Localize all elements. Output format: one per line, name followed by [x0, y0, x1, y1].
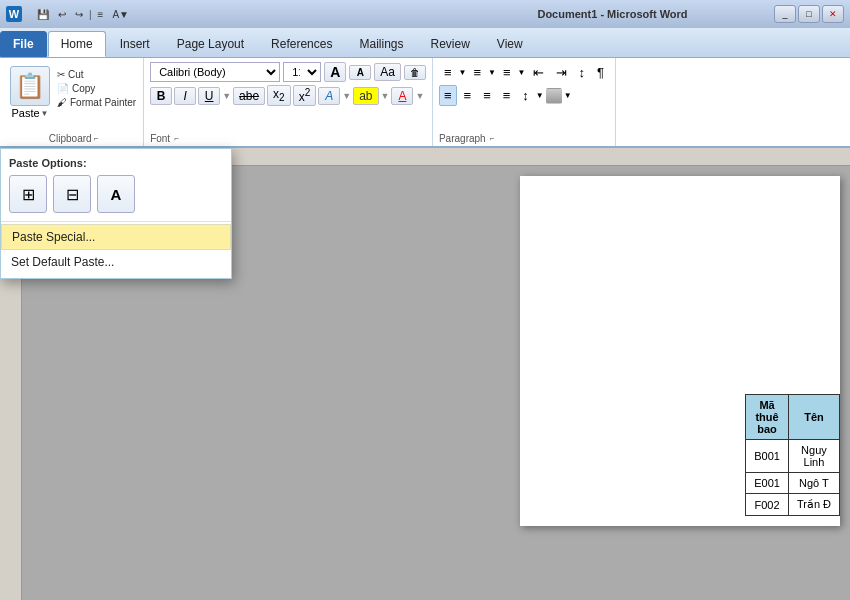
clipboard-dialog-icon[interactable]: ⌐: [94, 134, 99, 143]
bullets-button[interactable]: ≡: [439, 62, 457, 83]
table-row: E001 Ngô T: [746, 473, 840, 494]
tab-mailings[interactable]: Mailings: [346, 31, 416, 57]
justify-button[interactable]: ≡: [498, 85, 516, 106]
para-row-2: ≡ ≡ ≡ ≡ ↕ ▼ ▼: [439, 85, 609, 106]
paragraph-label: Paragraph ⌐: [439, 131, 609, 146]
show-marks-button[interactable]: ¶: [592, 62, 609, 83]
shrink-font-button[interactable]: A: [349, 65, 371, 80]
numbering-button[interactable]: ≡: [95, 8, 107, 21]
change-case-button[interactable]: Aa: [374, 63, 401, 81]
numbering-arrow[interactable]: ▼: [488, 68, 496, 77]
strikethrough-button[interactable]: abe: [233, 87, 265, 105]
paste-icon: 📋: [10, 66, 50, 106]
subscript-button[interactable]: x2: [267, 85, 291, 105]
document-table: Mãthuêbao Tên B001 NguyLinh E001 Ngô T: [745, 394, 840, 516]
font-label: Font ⌐: [150, 131, 426, 146]
paste-options-row: ⊞ ⊟ A: [1, 171, 231, 219]
align-left-button[interactable]: ≡: [439, 85, 457, 106]
multilevel-arrow[interactable]: ▼: [518, 68, 526, 77]
tab-review[interactable]: Review: [417, 31, 482, 57]
line-spacing-button[interactable]: ↕: [517, 85, 534, 106]
ribbon-tabs: File Home Insert Page Layout References …: [0, 28, 850, 58]
italic-button[interactable]: I: [174, 87, 196, 105]
table-row: B001 NguyLinh: [746, 440, 840, 473]
table-cell-code: E001: [746, 473, 789, 494]
save-button[interactable]: 💾: [34, 8, 52, 21]
cut-label: Cut: [68, 69, 84, 80]
clear-formatting-button[interactable]: 🗑: [404, 65, 426, 80]
format-painter-label: Format Painter: [70, 97, 136, 108]
paste-keep-source-button[interactable]: ⊞: [9, 175, 47, 213]
underline-button[interactable]: U: [198, 87, 220, 105]
paste-merge-icon: ⊟: [66, 185, 79, 204]
font-row-2: B I U ▼ abe x2 x2 A ▼ ab ▼ A ▼: [150, 85, 426, 106]
format-painter-icon: 🖌: [57, 97, 67, 108]
shading-arrow[interactable]: ▼: [564, 91, 572, 100]
close-button[interactable]: ✕: [822, 5, 844, 23]
cut-icon: ✂: [57, 69, 65, 80]
format-painter-button[interactable]: 🖌 Format Painter: [54, 96, 139, 109]
sort-button[interactable]: ↕: [574, 62, 591, 83]
document-page[interactable]: Mãthuêbao Tên B001 NguyLinh E001 Ngô T: [520, 176, 840, 526]
multilevel-button[interactable]: ≡: [498, 62, 516, 83]
window-title: Document1 - Microsoft Word: [455, 8, 770, 20]
tab-file[interactable]: File: [0, 31, 47, 57]
para-dialog-icon[interactable]: ⌐: [490, 134, 495, 143]
align-right-button[interactable]: ≡: [478, 85, 496, 106]
paste-label: Paste: [11, 107, 39, 119]
tab-references[interactable]: References: [258, 31, 345, 57]
copy-button[interactable]: 📄 Copy: [54, 82, 139, 95]
align-center-button[interactable]: ≡: [459, 85, 477, 106]
decrease-indent-button[interactable]: ⇤: [528, 62, 549, 83]
table-header-ten: Tên: [788, 395, 839, 440]
para-row-1: ≡ ▼ ≡ ▼ ≡ ▼ ⇤ ⇥ ↕ ¶: [439, 62, 609, 83]
highlight-color-button[interactable]: ab: [353, 87, 378, 105]
tab-page-layout[interactable]: Page Layout: [164, 31, 257, 57]
paste-text-icon: A: [111, 186, 122, 203]
minimize-button[interactable]: _: [774, 5, 796, 23]
copy-label: Copy: [72, 83, 95, 94]
undo-button[interactable]: ↩: [55, 8, 69, 21]
table-cell-code: F002: [746, 494, 789, 516]
shading-button[interactable]: [546, 88, 562, 104]
paste-button[interactable]: 📋 Paste ▼: [8, 64, 52, 121]
copy-icon: 📄: [57, 83, 69, 94]
paste-keep-text-button[interactable]: A: [97, 175, 135, 213]
table-cell-name: Ngô T: [788, 473, 839, 494]
custom-button[interactable]: A▼: [109, 8, 132, 21]
increase-indent-button[interactable]: ⇥: [551, 62, 572, 83]
tab-view[interactable]: View: [484, 31, 536, 57]
font-size-select[interactable]: 11: [283, 62, 321, 82]
font-color-button[interactable]: A: [391, 87, 413, 105]
cut-button[interactable]: ✂ Cut: [54, 68, 139, 81]
paste-divider: [1, 221, 231, 222]
paste-dropdown-panel: Paste Options: ⊞ ⊟ A Paste Special... Se…: [0, 148, 232, 279]
font-row-1: Calibri (Body) 11 A A Aa 🗑: [150, 62, 426, 82]
line-spacing-arrow[interactable]: ▼: [536, 91, 544, 100]
paste-options-label: Paste Options:: [1, 153, 231, 171]
font-family-select[interactable]: Calibri (Body): [150, 62, 280, 82]
redo-button[interactable]: ↪: [72, 8, 86, 21]
maximize-button[interactable]: □: [798, 5, 820, 23]
app-icon: W: [6, 6, 22, 22]
table-header-ma: Mãthuêbao: [746, 395, 789, 440]
grow-font-button[interactable]: A: [324, 62, 346, 82]
set-default-paste-menuitem[interactable]: Set Default Paste...: [1, 250, 231, 274]
clipboard-label: Clipboard ⌐: [49, 131, 98, 146]
tab-insert[interactable]: Insert: [107, 31, 163, 57]
paste-merge-format-button[interactable]: ⊟: [53, 175, 91, 213]
paste-source-icon: ⊞: [22, 185, 35, 204]
tab-home[interactable]: Home: [48, 31, 106, 57]
bullets-arrow[interactable]: ▼: [459, 68, 467, 77]
table-row: F002 Trần Đ: [746, 494, 840, 516]
paste-special-menuitem[interactable]: Paste Special...: [1, 224, 231, 250]
text-effect-button[interactable]: A: [318, 87, 340, 105]
title-bar: W 💾 ↩ ↪ | ≡ A▼ Document1 - Microsoft Wor…: [0, 0, 850, 28]
superscript-button[interactable]: x2: [293, 85, 317, 106]
table-cell-code: B001: [746, 440, 789, 473]
font-dialog-icon[interactable]: ⌐: [174, 134, 179, 143]
numbering-button[interactable]: ≡: [468, 62, 486, 83]
table-cell-name: NguyLinh: [788, 440, 839, 473]
bold-button[interactable]: B: [150, 87, 172, 105]
paste-dropdown-arrow[interactable]: ▼: [41, 109, 49, 118]
